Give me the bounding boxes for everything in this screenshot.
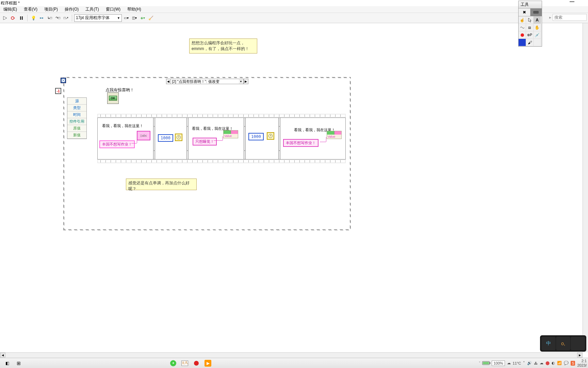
run-button[interactable]: [1, 14, 9, 22]
horizontal-scrollbar[interactable]: ◀ ▶: [0, 352, 583, 358]
clock-date[interactable]: 2023/: [577, 363, 587, 367]
case-selector[interactable]: ◀ [2] "点我有惊喜哟！": 值改变 ▼ ▶: [166, 78, 248, 85]
menu-edit[interactable]: 编辑(E): [0, 6, 20, 13]
record-icon[interactable]: [191, 359, 201, 368]
volume-icon[interactable]: 🔊: [527, 361, 532, 365]
color-copy-tool[interactable]: 💉: [534, 31, 541, 39]
wire[interactable]: [214, 140, 223, 141]
case-dropdown[interactable]: ▼: [239, 79, 244, 84]
operate-tool[interactable]: ☝: [519, 16, 526, 24]
menu-tools[interactable]: 工具(T): [82, 6, 102, 13]
weather-icon[interactable]: ☁: [507, 361, 511, 365]
vertical-scrollbar[interactable]: [583, 23, 588, 352]
search-input[interactable]: [553, 14, 587, 21]
frame-divider[interactable]: [278, 118, 280, 159]
cleanup-button[interactable]: 🧹: [147, 14, 154, 22]
zoom-level[interactable]: 100%: [492, 361, 505, 366]
frame3-wait-ms[interactable]: [267, 132, 274, 140]
wire[interactable]: [320, 142, 326, 142]
dynamic-event-icon[interactable]: [61, 78, 66, 83]
clock-time[interactable]: 2:1: [577, 359, 587, 363]
menu-project[interactable]: 项目(P): [41, 6, 61, 13]
wire-tool[interactable]: [519, 24, 526, 31]
font-selector[interactable]: 17pt 应用程序字体 ▼: [74, 14, 122, 22]
case-label[interactable]: [2] "点我有惊喜哟！": 值改变: [171, 79, 239, 84]
frame0-string-constant[interactable]: 丰国不想写作业！: [99, 140, 135, 148]
color-tool-bg[interactable]: [519, 39, 526, 46]
comment-bottom[interactable]: 感觉还是有点单调，再加点什么好呢？: [126, 179, 197, 190]
step-over-button[interactable]: ↷□: [54, 14, 62, 22]
menu-view[interactable]: 查看(V): [20, 6, 41, 13]
scroll-left-button[interactable]: ◀: [0, 353, 5, 357]
menu-operate[interactable]: 操作(O): [61, 6, 82, 13]
network-icon[interactable]: 🖧: [534, 361, 538, 365]
boolean-control-terminal[interactable]: OK: [107, 92, 119, 104]
frame4-string-constant[interactable]: 丰国不想写作业！: [283, 139, 318, 147]
menu-help[interactable]: 帮助(H): [124, 6, 145, 13]
start-button[interactable]: ◧: [2, 359, 12, 368]
scroll-track[interactable]: [5, 353, 577, 358]
event-structure[interactable]: -1 ◀ [2] "点我有惊喜哟！": 值改变 ▼ ▶ 源 类型 时间 控件引用…: [63, 77, 351, 230]
frame-divider[interactable]: [244, 118, 246, 159]
breakpoint-tool[interactable]: [519, 31, 526, 39]
block-diagram-canvas[interactable]: 想想怎么编程序会好玩一点，emmm，有了，搞点不一样的！ -1 ◀ [2] "点…: [0, 23, 588, 358]
tool-lock-button[interactable]: [530, 9, 542, 16]
case-next-button[interactable]: ▶: [244, 79, 248, 84]
frame-divider[interactable]: [153, 118, 155, 159]
text-tool[interactable]: A: [534, 16, 541, 24]
retain-wires-button[interactable]: [38, 14, 45, 22]
run-continuous-button[interactable]: [10, 14, 17, 22]
tools-palette[interactable]: 工具 ✖ ☝ A ▤ ✋ ⊕P 💉 🖌: [518, 1, 542, 47]
scroll-tool[interactable]: ✋: [534, 24, 541, 31]
timeout-terminal[interactable]: -1: [55, 88, 61, 94]
frame0-local-variable[interactable]: ▯abc: [137, 131, 150, 140]
tray-app1-icon[interactable]: ⬤: [545, 361, 550, 365]
event-data-node[interactable]: 源 类型 时间 控件引用 原值 新值: [67, 97, 87, 139]
align-button[interactable]: ▭▾: [122, 14, 130, 22]
tray-chevron-icon[interactable]: ˇ: [479, 361, 480, 365]
app-icon[interactable]: 元凡: [180, 359, 190, 368]
wire[interactable]: [137, 140, 137, 143]
frame3-numeric-constant[interactable]: 1000: [248, 133, 264, 140]
frame1-wait-ms[interactable]: [175, 134, 182, 141]
tray-app2-icon[interactable]: ◐: [552, 361, 555, 365]
pause-button[interactable]: [18, 14, 25, 22]
player-icon[interactable]: ▶: [203, 359, 213, 368]
tray-up-icon[interactable]: ˄: [523, 361, 525, 365]
ime-punct-button[interactable]: o,: [556, 337, 570, 350]
ime-bar[interactable]: 中 o,: [540, 335, 586, 352]
wifi-icon[interactable]: 📶: [557, 361, 562, 365]
step-into-button[interactable]: ↳□: [46, 14, 53, 22]
auto-tool-button[interactable]: ✖: [519, 9, 530, 16]
frame-divider[interactable]: [186, 118, 189, 159]
ime-tray-icon[interactable]: S: [571, 361, 575, 366]
ime-more-button[interactable]: [571, 337, 585, 350]
frame2-property-node[interactable]: Value: [223, 130, 238, 138]
case-prev-button[interactable]: ◀: [166, 79, 171, 84]
resize-button[interactable]: ◈▾: [139, 14, 146, 22]
wire[interactable]: [131, 143, 137, 143]
shortcut-tool[interactable]: ▤: [526, 24, 534, 31]
comment-top[interactable]: 想想怎么编程序会好玩一点，emmm，有了，搞点不一样的！: [189, 39, 257, 53]
cloud-icon[interactable]: ☁: [540, 361, 543, 365]
color-tool[interactable]: 🖌: [526, 39, 534, 46]
menu-window[interactable]: 窗口(W): [102, 6, 124, 13]
task-view-button[interactable]: ⊞: [14, 359, 24, 368]
wechat-icon[interactable]: ✦: [168, 359, 178, 368]
step-out-button[interactable]: □↗: [62, 14, 70, 22]
frame2-string-constant[interactable]: 只想睡觉！: [193, 138, 217, 145]
wire[interactable]: [223, 136, 223, 140]
wire[interactable]: [326, 137, 326, 142]
flat-sequence[interactable]: 看我，看我，我在这里！ 丰国不想写作业！ ▯abc 1000 看我，看我，我在这…: [97, 114, 346, 163]
probe-tool[interactable]: ⊕P: [526, 31, 534, 39]
position-tool[interactable]: [526, 16, 534, 24]
frame4-property-node[interactable]: Value: [327, 131, 342, 139]
action-center-icon[interactable]: 💬: [564, 361, 569, 365]
frame1-numeric-constant[interactable]: 1000: [158, 134, 173, 142]
scroll-right-button[interactable]: ▶: [577, 353, 583, 357]
highlight-button[interactable]: 💡: [30, 14, 37, 22]
distribute-button[interactable]: ◫▾: [131, 14, 138, 22]
minimize-button[interactable]: [570, 1, 574, 2]
ime-lang-button[interactable]: 中: [541, 337, 556, 350]
battery-icon[interactable]: [482, 361, 490, 365]
